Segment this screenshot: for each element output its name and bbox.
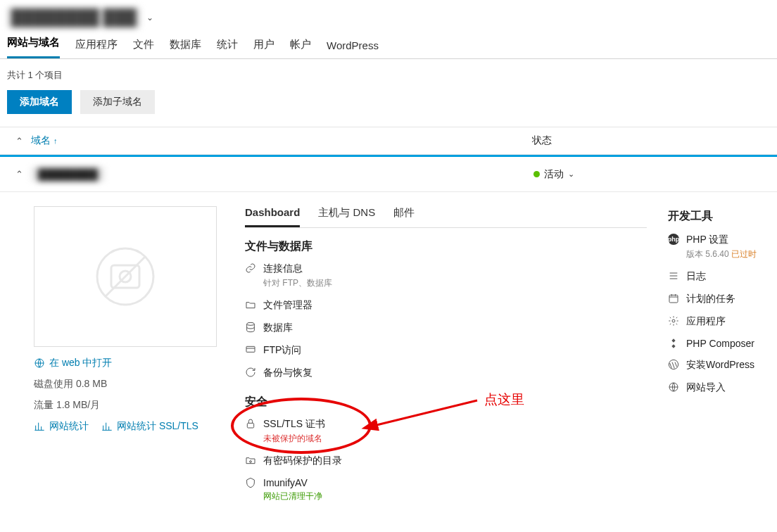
no-image-icon (90, 241, 160, 312)
ssl-tls-certs-link[interactable]: SSL/TLS 证书 未被保护的域名 (245, 418, 647, 445)
imunifyav-link[interactable]: ImunifyAV 网站已清理干净 (245, 477, 647, 502)
page-header: ████████ ███ ⌄ (0, 0, 777, 34)
column-status-label: 状态 (532, 134, 770, 147)
php-version-note: 版本 5.6.40 已过时 (686, 248, 757, 260)
tab-files[interactable]: 文件 (133, 38, 154, 58)
svg-rect-10 (669, 295, 678, 303)
top-tabs: 网站与域名 应用程序 文件 数据库 统计 用户 帐户 WordPress (0, 34, 777, 59)
tab-users[interactable]: 用户 (253, 38, 274, 58)
add-subdomain-button[interactable]: 添加子域名 (80, 90, 155, 114)
left-column: 在 web 中打开 磁盘使用 0.8 MB 流量 1.8 MB/月 网站统计 (34, 206, 245, 502)
subtab-dashboard[interactable]: Dashboard (245, 206, 300, 227)
tab-databases[interactable]: 数据库 (170, 38, 201, 58)
disk-usage: 磁盘使用 0.8 MB (34, 378, 245, 391)
php-composer-link[interactable]: PHP Composer (668, 338, 770, 349)
security-list: SSL/TLS 证书 未被保护的域名 有密码保护的目录 ImunifyAV 网站… (245, 418, 647, 502)
tab-stats[interactable]: 统计 (217, 38, 238, 58)
item-count: 共计 1 个项目 (0, 59, 777, 90)
install-wordpress-link[interactable]: 安装WordPress (668, 359, 770, 372)
file-manager-link[interactable]: 文件管理器 (245, 299, 647, 312)
tab-account[interactable]: 帐户 (290, 38, 311, 58)
subtab-hosting-dns[interactable]: 主机与 DNS (318, 206, 375, 227)
link-icon (245, 262, 256, 274)
composer-icon (668, 338, 679, 349)
folder-icon (245, 299, 256, 310)
add-domain-button[interactable]: 添加域名 (7, 90, 72, 114)
open-in-web-link[interactable]: 在 web 中打开 (34, 357, 245, 369)
gear-icon (668, 315, 679, 327)
site-screenshot-placeholder[interactable] (34, 206, 217, 347)
domain-panel: ⌃ ████████ 活动 ⌄ 在 web 中打开 (0, 155, 777, 509)
domain-name[interactable]: ████████ (31, 167, 105, 182)
php-badge-icon: php (668, 234, 679, 245)
column-domain-label: 域名 (31, 134, 51, 147)
files-db-list: 连接信息 针对 FTP、数据库 文件管理器 数据库 FTP访问 (245, 262, 647, 379)
action-row: 添加域名 添加子域名 (0, 90, 777, 127)
globe-icon (34, 357, 45, 369)
ftp-icon (245, 344, 256, 355)
backup-restore-link[interactable]: 备份与恢复 (245, 367, 647, 379)
svg-rect-7 (247, 423, 253, 428)
web-stats-link[interactable]: 网站统计 (34, 420, 89, 433)
scheduled-tasks-link[interactable]: 计划的任务 (668, 293, 770, 305)
middle-column: Dashboard 主机与 DNS 邮件 文件与数据库 连接信息 针对 FTP、… (245, 206, 668, 502)
sort-by-domain[interactable]: 域名 ↑ (31, 134, 58, 147)
sort-ascending-icon: ↑ (53, 137, 58, 145)
website-import-link[interactable]: 网站导入 (668, 381, 770, 394)
list-header: ⌃ 域名 ↑ 状态 (0, 127, 777, 155)
section-files-databases-title: 文件与数据库 (245, 239, 647, 254)
subtab-mail[interactable]: 邮件 (393, 206, 415, 227)
tab-apps[interactable]: 应用程序 (75, 38, 118, 58)
tab-wordpress[interactable]: WordPress (327, 39, 379, 58)
svg-point-8 (250, 461, 252, 463)
backup-icon (245, 367, 256, 378)
dev-tools-list: php PHP 设置 版本 5.6.40 已过时 日志 计划的任务 (668, 234, 770, 394)
collapse-all-icon[interactable]: ⌃ (7, 136, 31, 146)
traffic: 流量 1.8 MB/月 (34, 399, 245, 412)
applications-link[interactable]: 应用程序 (668, 315, 770, 328)
bar-chart-icon (34, 421, 45, 432)
shield-folder-icon (245, 455, 256, 466)
domain-subtabs: Dashboard 主机与 DNS 邮件 (245, 206, 647, 228)
imunify-icon (245, 477, 256, 488)
svg-rect-6 (246, 346, 255, 352)
lock-icon (245, 418, 256, 429)
svg-point-5 (247, 322, 255, 325)
subscription-title: ████████ ███ (7, 7, 141, 28)
section-dev-tools-title: 开发工具 (668, 209, 770, 224)
svg-point-11 (672, 319, 675, 322)
chevron-down-icon: ⌄ (568, 170, 574, 179)
right-column: 开发工具 php PHP 设置 版本 5.6.40 已过时 日志 (668, 206, 770, 502)
domain-panel-header: ⌃ ████████ 活动 ⌄ (0, 157, 777, 192)
domain-panel-body: 在 web 中打开 磁盘使用 0.8 MB 流量 1.8 MB/月 网站统计 (0, 192, 777, 509)
logs-link[interactable]: 日志 (668, 270, 770, 283)
status-dropdown[interactable]: 活动 ⌄ (533, 168, 770, 181)
status-label: 活动 (544, 168, 564, 181)
web-stats-ssl-link[interactable]: 网站统计 SSL/TLS (101, 420, 198, 433)
status-active-icon (533, 171, 540, 177)
calendar-icon (668, 293, 679, 304)
globe-icon (668, 381, 679, 393)
ftp-access-link[interactable]: FTP访问 (245, 344, 647, 357)
chevron-down-icon[interactable]: ⌄ (146, 13, 153, 23)
databases-link[interactable]: 数据库 (245, 322, 647, 334)
database-icon (245, 322, 256, 333)
connection-info-link[interactable]: 连接信息 针对 FTP、数据库 (245, 262, 647, 289)
password-protected-dirs-link[interactable]: 有密码保护的目录 (245, 455, 647, 467)
section-security-title: 安全 (245, 395, 647, 410)
collapse-toggle-icon[interactable]: ⌃ (7, 169, 31, 179)
tab-websites-domains[interactable]: 网站与域名 (7, 36, 60, 58)
list-icon (668, 270, 679, 281)
bar-chart-icon (101, 421, 113, 432)
wordpress-icon (668, 359, 679, 370)
php-settings-link[interactable]: php PHP 设置 版本 5.6.40 已过时 (668, 234, 770, 260)
